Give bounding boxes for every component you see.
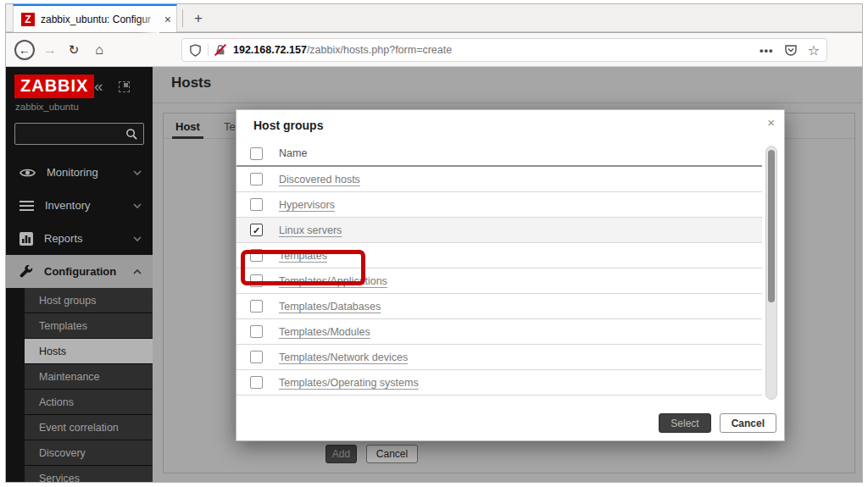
url-host: 192.168.72.157 — [233, 44, 307, 56]
configuration-submenu: Host groups Templates Hosts Maintenance … — [6, 288, 153, 482]
page-title: Hosts — [171, 75, 211, 91]
tab-close-icon[interactable]: × — [164, 13, 171, 26]
menu-label: Reports — [44, 232, 83, 245]
chevron-down-icon — [133, 170, 142, 175]
dialog-scrollbar[interactable] — [765, 146, 777, 400]
sidebar-item-services[interactable]: Services — [25, 466, 153, 482]
checkbox[interactable] — [250, 198, 263, 211]
new-tab-button[interactable]: + — [187, 8, 209, 30]
menu-item-monitoring[interactable]: Monitoring — [6, 156, 153, 189]
checkbox[interactable] — [250, 300, 263, 313]
wrench-icon — [19, 265, 33, 279]
sidebar-item-actions[interactable]: Actions — [25, 390, 153, 415]
host-group-link[interactable]: Linux servers — [279, 224, 342, 236]
bar-chart-icon — [19, 232, 33, 246]
home-button[interactable]: ⌂ — [89, 42, 109, 58]
sidebar-item-host-groups[interactable]: Host groups — [25, 288, 153, 313]
column-header-name: Name — [279, 147, 307, 159]
url-path: /zabbix/hosts.php?form=create — [307, 44, 452, 56]
zabbix-logo[interactable]: ZABBIX — [14, 75, 94, 98]
host-group-row: Templates/Modules — [236, 319, 762, 345]
host-group-link[interactable]: Templates — [279, 250, 327, 262]
host-group-row: Templates/Databases — [236, 294, 762, 319]
main-menu: Monitoring Inventory — [6, 156, 153, 288]
browser-window: Z zabbix_ubuntu: Configur × + ← → ↻ ⌂ 19… — [5, 3, 863, 483]
list-header-row: Name — [236, 141, 762, 167]
chevron-down-icon — [133, 203, 142, 208]
host-group-row: Hypervisors — [236, 192, 762, 218]
checkbox[interactable] — [250, 376, 263, 389]
tab-host[interactable]: Host — [164, 113, 212, 138]
bookmark-star-icon[interactable]: ☆ — [808, 42, 820, 58]
host-group-link[interactable]: Discovered hosts — [279, 174, 360, 185]
sidebar-item-discovery[interactable]: Discovery — [25, 440, 153, 466]
tracking-shield-icon[interactable] — [189, 44, 202, 57]
checkbox[interactable] — [250, 173, 263, 185]
host-group-row: Templates/Operating systems — [236, 370, 762, 396]
sidebar-search[interactable] — [14, 123, 144, 145]
sidebar-collapse-icon[interactable]: « — [94, 77, 103, 96]
host-group-link[interactable]: Hypervisors — [279, 199, 335, 211]
checkbox[interactable] — [250, 351, 263, 363]
list-icon — [19, 200, 34, 212]
menu-item-reports[interactable]: Reports — [6, 222, 153, 255]
zabbix-sidebar: ZABBIX « zabbix_ubuntu Monitoring — [6, 67, 153, 482]
select-button[interactable]: Select — [659, 413, 710, 433]
host-group-link[interactable]: Templates/Databases — [279, 301, 381, 313]
add-button[interactable]: Add — [326, 445, 357, 463]
host-group-list: Name Discovered hosts Hypervisors ✓ Linu… — [236, 141, 784, 396]
host-group-row: Templates/Applications — [236, 268, 762, 294]
search-input[interactable] — [20, 125, 120, 142]
sidebar-item-hosts[interactable]: Hosts — [25, 339, 153, 364]
tab-separator — [182, 9, 183, 27]
menu-label: Monitoring — [47, 166, 98, 179]
checkbox[interactable] — [250, 249, 263, 262]
dialog-footer: Select Cancel — [659, 413, 776, 433]
url-bar[interactable]: 192.168.72.157/zabbix/hosts.php?form=cre… — [181, 38, 827, 62]
chevron-down-icon — [133, 236, 142, 241]
host-group-link[interactable]: Templates/Modules — [279, 326, 370, 338]
menu-item-inventory[interactable]: Inventory — [6, 189, 153, 222]
url-text: 192.168.72.157/zabbix/hosts.php?form=cre… — [233, 44, 452, 56]
scrollbar-thumb[interactable] — [768, 150, 775, 302]
menu-item-configuration[interactable]: Configuration — [6, 255, 153, 288]
host-groups-dialog: Host groups × Name Discovered hosts Hype… — [236, 109, 785, 441]
navigation-bar: ← → ↻ ⌂ 192.168.72.157/zabbix/hosts.php?… — [6, 33, 862, 67]
page-actions-icon[interactable]: ••• — [760, 44, 774, 57]
chevron-up-icon — [133, 269, 142, 274]
forward-button[interactable]: → — [40, 42, 60, 58]
tab-strip: Z zabbix_ubuntu: Configur × + — [6, 4, 862, 32]
reload-button[interactable]: ↻ — [64, 42, 84, 58]
checkbox[interactable] — [250, 274, 263, 287]
zabbix-favicon-icon: Z — [21, 13, 35, 26]
insecure-lock-icon[interactable] — [214, 44, 226, 56]
dialog-title: Host groups — [253, 119, 323, 132]
host-group-row-selected: ✓ Linux servers — [236, 218, 762, 243]
eye-icon — [19, 167, 36, 179]
pocket-icon[interactable] — [784, 43, 798, 57]
menu-label: Inventory — [45, 199, 90, 212]
checkbox-checked[interactable]: ✓ — [250, 224, 263, 236]
menu-label: Configuration — [44, 265, 116, 278]
checkbox[interactable] — [250, 325, 263, 338]
select-all-checkbox[interactable] — [250, 147, 263, 160]
sidebar-item-event-correlation[interactable]: Event correlation — [25, 415, 153, 440]
tab-title-fade — [139, 6, 159, 34]
host-group-row: Discovered hosts — [236, 167, 762, 192]
form-cancel-button[interactable]: Cancel — [366, 445, 418, 463]
cancel-button[interactable]: Cancel — [720, 413, 776, 433]
close-icon[interactable]: × — [767, 115, 775, 130]
host-group-row: Templates/Network devices — [236, 345, 762, 370]
sidebar-item-maintenance[interactable]: Maintenance — [25, 364, 153, 390]
back-button[interactable]: ← — [14, 40, 35, 60]
host-group-link[interactable]: Templates/Operating systems — [279, 377, 419, 389]
sidebar-item-templates[interactable]: Templates — [25, 313, 153, 339]
search-icon[interactable] — [125, 128, 138, 141]
host-group-link[interactable]: Templates/Network devices — [279, 351, 408, 363]
url-separator — [208, 43, 209, 57]
host-group-row: Templates — [236, 243, 762, 268]
browser-tab[interactable]: Z zabbix_ubuntu: Configur × — [13, 4, 177, 32]
title-divider — [153, 102, 862, 103]
host-group-link[interactable]: Templates/Applications — [279, 275, 387, 287]
kiosk-mode-icon[interactable] — [119, 81, 130, 92]
